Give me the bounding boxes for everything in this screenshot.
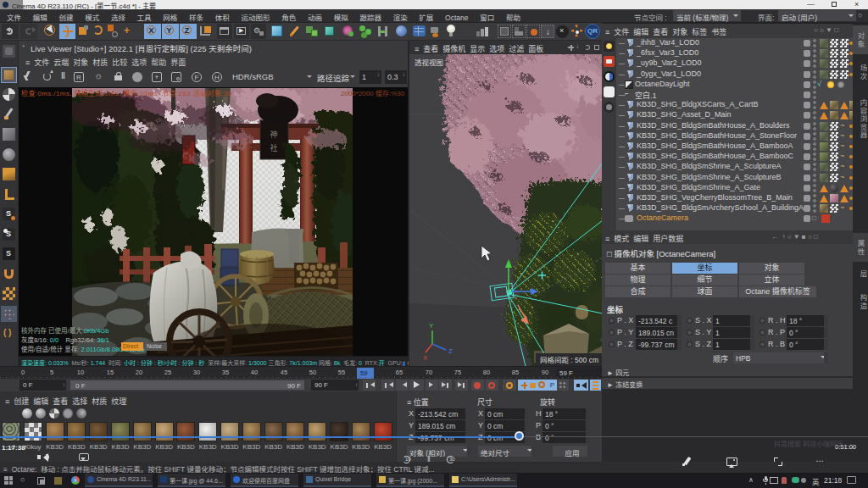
svg-text:Z: Z <box>448 347 453 355</box>
svg-text:透视视图: 透视视图 <box>415 58 443 67</box>
svg-text:网格间距 : 500 cm: 网格间距 : 500 cm <box>540 356 598 364</box>
svg-text:X: X <box>423 354 428 362</box>
svg-text:Y: Y <box>429 322 434 330</box>
